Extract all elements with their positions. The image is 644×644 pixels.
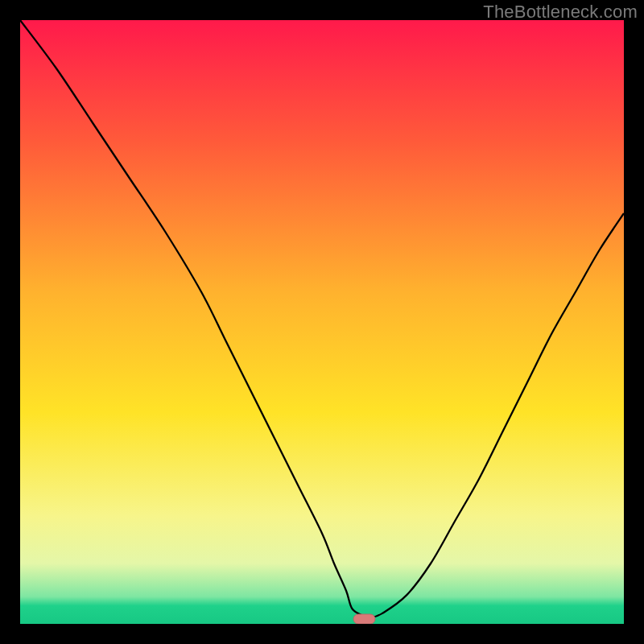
chart-frame: TheBottleneck.com (0, 0, 644, 644)
chart-plot (20, 20, 624, 624)
watermark-text: TheBottleneck.com (483, 2, 638, 23)
optimal-point-marker (353, 614, 375, 624)
